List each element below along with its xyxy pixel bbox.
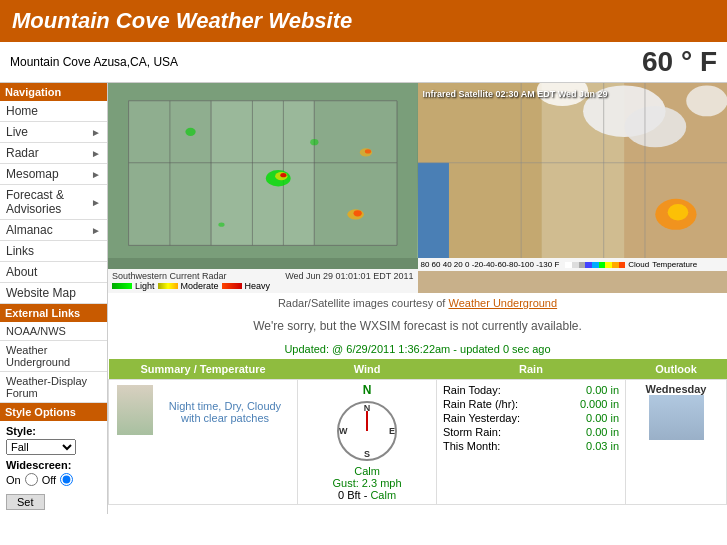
images-row: Southwestern Current Radar Wed Jun 29 01…: [108, 83, 727, 293]
rain-row-2: Rain Yesterday:0.00 in: [443, 411, 619, 425]
wind-direction: N: [304, 383, 430, 397]
widescreen-off-label: Off: [42, 474, 56, 486]
legend-light: Light: [135, 281, 155, 291]
rain-label-2: Rain Yesterday:: [443, 412, 520, 424]
rain-cell: Rain Today:0.00 inRain Rate (/hr):0.000 …: [436, 380, 625, 505]
radar-image: Southwestern Current Radar Wed Jun 29 01…: [108, 83, 418, 293]
ext-link-weather-display[interactable]: Weather-Display Forum: [0, 372, 107, 403]
rain-label-1: Rain Rate (/hr):: [443, 398, 518, 410]
wind-gust-value: 2.3 mph: [362, 477, 402, 489]
rain-row-3: Storm Rain:0.00 in: [443, 425, 619, 439]
ext-link-weather-underground[interactable]: Weather Underground: [0, 341, 107, 372]
radar-timestamp: Wed Jun 29 01:01:01 EDT 2011: [285, 271, 413, 281]
location-text: Mountain Cove Azusa,CA, USA: [10, 55, 178, 69]
style-select[interactable]: Fall Summer Winter Spring: [6, 439, 76, 455]
nav-item-radar[interactable]: Radar ►: [0, 143, 107, 164]
wind-calm-text: Calm: [370, 489, 396, 501]
summary-cell: Night time, Dry, Cloudy with clear patch…: [109, 380, 298, 505]
wind-cell: N N S E W Calm Gust:: [298, 380, 437, 505]
set-button[interactable]: Set: [6, 494, 45, 510]
col-summary: Summary / Temperature: [109, 359, 298, 380]
rain-label-3: Storm Rain:: [443, 426, 501, 438]
col-rain: Rain: [436, 359, 625, 380]
svg-point-10: [354, 210, 362, 216]
rain-value-0: 0.00 in: [586, 384, 619, 396]
svg-rect-19: [418, 163, 449, 258]
wind-gust-label: Gust: 2.3 mph: [304, 477, 430, 489]
svg-point-23: [686, 85, 727, 116]
nav-item-forecast[interactable]: Forecast & Advisories ►: [0, 185, 107, 220]
widescreen-on-radio[interactable]: [25, 473, 38, 486]
satellite-image: Infrared Satellite 02:30 AM EDT Wed Jun …: [418, 83, 728, 293]
ext-link-noaa[interactable]: NOAA/NWS: [0, 322, 107, 341]
rain-value-3: 0.00 in: [586, 426, 619, 438]
sat-scale: 80 60 40 20 0 -20-40-60-80-100 -130 F: [421, 260, 560, 269]
nav-item-links[interactable]: Links: [0, 241, 107, 262]
wind-compass: N S E W: [337, 401, 397, 461]
rain-value-1: 0.000 in: [580, 398, 619, 410]
satellite-title: Infrared Satellite 02:30 AM EDT Wed Jun …: [423, 89, 608, 99]
svg-point-14: [365, 149, 371, 153]
rain-label-4: This Month:: [443, 440, 500, 452]
nav-item-website-map[interactable]: Website Map: [0, 283, 107, 304]
satellite-overlay: Infrared Satellite 02:30 AM EDT Wed Jun …: [423, 88, 608, 99]
nav-item-home[interactable]: Home: [0, 101, 107, 122]
courtesy-text: Radar/Satellite images courtesy of Weath…: [108, 293, 727, 313]
rain-row-4: This Month:0.03 in: [443, 439, 619, 453]
site-title: Mountain Cove Weather Website: [12, 8, 715, 34]
radar-title: Southwestern Current Radar: [112, 271, 227, 281]
main-layout: Navigation Home Live ► Radar ► Mesomap ►…: [0, 83, 727, 514]
summary-thumbnail: [117, 385, 153, 435]
rain-value-4: 0.03 in: [586, 440, 619, 452]
updated-bar: Updated: @ 6/29/2011 1:36:22am - updated…: [108, 339, 727, 359]
svg-point-8: [185, 128, 195, 136]
summary-description: Night time, Dry, Cloudy with clear patch…: [159, 400, 291, 424]
style-options-section: Style: Fall Summer Winter Spring Widescr…: [0, 421, 107, 514]
nav-section-title: Navigation: [0, 83, 107, 101]
compass-w: W: [339, 426, 348, 436]
warning-text: We're sorry, but the WXSIM forecast is n…: [108, 313, 727, 339]
sat-temp-label: Temperature: [652, 260, 697, 269]
site-header: Mountain Cove Weather Website: [0, 0, 727, 42]
courtesy-link[interactable]: Weather Underground: [448, 297, 557, 309]
style-row: Style: Fall Summer Winter Spring: [6, 425, 101, 455]
weather-table: Summary / Temperature Wind Rain Outlook …: [108, 359, 727, 505]
nav-item-live[interactable]: Live ►: [0, 122, 107, 143]
satellite-canvas: Infrared Satellite 02:30 AM EDT Wed Jun …: [418, 83, 728, 258]
col-outlook: Outlook: [626, 359, 727, 380]
radar-label: Southwestern Current Radar Wed Jun 29 01…: [108, 269, 418, 293]
sat-cloud-label: Cloud: [628, 260, 649, 269]
outlook-cell: Wednesday: [626, 380, 727, 505]
svg-point-21: [624, 106, 686, 147]
main-content: Southwestern Current Radar Wed Jun 29 01…: [108, 83, 727, 514]
svg-point-11: [310, 139, 318, 145]
wind-speed: Calm: [304, 465, 430, 477]
nav-arrow-live: ►: [91, 127, 101, 138]
nav-item-mesomap[interactable]: Mesomap ►: [0, 164, 107, 185]
external-links-title: External Links: [0, 304, 107, 322]
legend-moderate: Moderate: [181, 281, 219, 291]
nav-arrow-radar: ►: [91, 148, 101, 159]
widescreen-label: Widescreen:: [6, 459, 101, 471]
svg-point-12: [218, 223, 224, 227]
radar-canvas: [108, 83, 418, 258]
outlook-day: Wednesday: [632, 383, 720, 395]
rain-label-0: Rain Today:: [443, 384, 501, 396]
widescreen-row: Widescreen: On Off: [6, 459, 101, 486]
nav-item-about[interactable]: About: [0, 262, 107, 283]
compass-arrow: [366, 411, 368, 431]
widescreen-off-radio[interactable]: [60, 473, 73, 486]
rain-value-2: 0.00 in: [586, 412, 619, 424]
nav-item-almanac[interactable]: Almanac ►: [0, 220, 107, 241]
satellite-legend: 80 60 40 20 0 -20-40-60-80-100 -130 F: [418, 258, 728, 271]
wind-bft: 0 Bft - Calm: [304, 489, 430, 501]
outlook-thumbnail: [649, 395, 704, 440]
nav-arrow-forecast: ►: [91, 197, 101, 208]
rain-row-1: Rain Rate (/hr):0.000 in: [443, 397, 619, 411]
rain-row-0: Rain Today:0.00 in: [443, 383, 619, 397]
svg-point-7: [280, 173, 286, 177]
style-label: Style:: [6, 425, 101, 437]
svg-point-25: [667, 204, 688, 221]
temperature-display: 60 ° F: [642, 46, 717, 78]
radar-legend: Light Moderate Heavy: [112, 281, 414, 291]
